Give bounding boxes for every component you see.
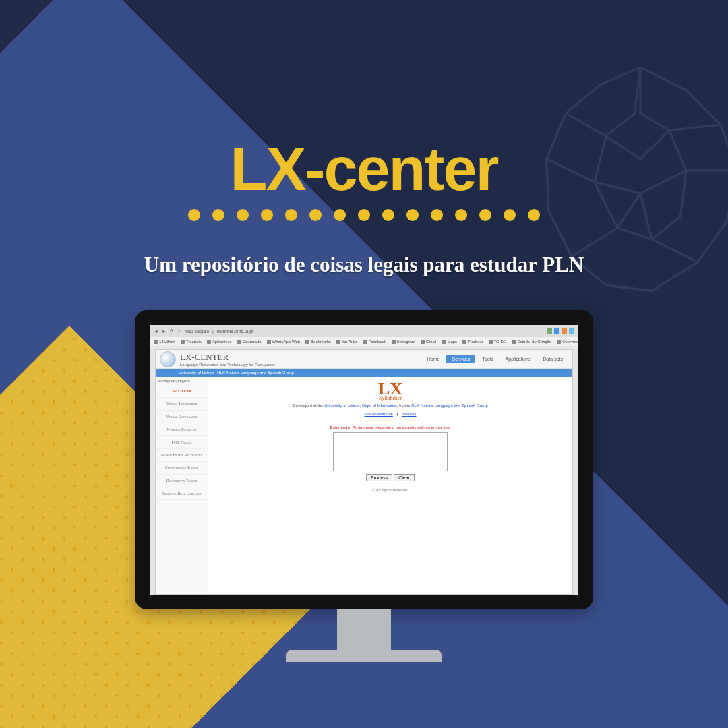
- bookmark-item[interactable]: Instagram: [392, 340, 415, 344]
- security-label: Não seguro: [185, 329, 209, 334]
- promo-subtitle: Um repositório de coisas legais para est…: [0, 253, 728, 277]
- sidebar-item-verbal-conjugator[interactable]: Verbal Conjugator: [156, 411, 208, 423]
- bookmark-item[interactable]: TO DO: [489, 340, 507, 344]
- reload-icon[interactable]: ⟳: [170, 328, 174, 334]
- bookmark-item[interactable]: Overview: [557, 340, 578, 344]
- tool-logo-sub: Syllabifier: [215, 395, 566, 401]
- bookmark-item[interactable]: Maps: [442, 340, 457, 344]
- nav-back-icon[interactable]: ◄: [154, 329, 158, 334]
- monitor-base: [286, 650, 442, 662]
- bookmark-item[interactable]: Gmail: [421, 340, 437, 344]
- sidebar-item-semantic-role-labeller[interactable]: Semantic Role Labeller: [156, 487, 208, 500]
- sidebar-item-constituency-parser[interactable]: Constituency Parser: [156, 462, 208, 475]
- process-button[interactable]: Process: [366, 474, 392, 481]
- url-text[interactable]: lxcenter.di.fc.ul.pt: [217, 329, 543, 334]
- tool-logo-main: LX: [215, 382, 566, 396]
- features-link[interactable]: features: [402, 412, 417, 416]
- promo-dots: [0, 209, 728, 224]
- bookmark-item[interactable]: Bookmarks: [305, 340, 331, 344]
- copyright-text: © All rights reserved: [215, 488, 566, 492]
- promo-title: LX-center: [0, 135, 728, 204]
- tool-links: see an example | features: [215, 412, 566, 416]
- bookmark-item[interactable]: Aplicativos: [207, 340, 232, 344]
- credit-dept-link[interactable]: Dept. of Informatics: [362, 404, 397, 408]
- site-logo-icon: [160, 351, 176, 367]
- browser-address-bar: ◄ ► ⟳ ⚠ Não seguro | lxcenter.di.fc.ul.p…: [150, 325, 578, 337]
- site-subtitle: Language Resources and Technology for Po…: [180, 363, 422, 367]
- sidebar-item-pos-tagger[interactable]: POS Tagger: [156, 436, 208, 449]
- bookmark-item[interactable]: Tradutor: [462, 340, 483, 344]
- site-header: LX-CENTER Language Resources and Technol…: [156, 350, 572, 369]
- sidebar-item-syllabifier[interactable]: Syllabifier: [156, 385, 208, 398]
- nav-tools[interactable]: Tools: [477, 355, 498, 363]
- bookmark-item[interactable]: Tutoriais: [181, 340, 202, 344]
- clear-button[interactable]: Clear: [394, 474, 415, 481]
- bookmark-item[interactable]: Facebook: [363, 340, 386, 344]
- sidebar-item-verbal-lemmatizer[interactable]: Verbal Lemmatizer: [156, 398, 208, 411]
- nav-home[interactable]: Home: [422, 355, 446, 363]
- monitor-stand: [337, 609, 391, 650]
- security-warning-icon: ⚠: [177, 328, 181, 334]
- sidebar-item-dependency-parser[interactable]: Dependency Parser: [156, 475, 208, 487]
- text-input[interactable]: [333, 432, 448, 471]
- extension-icons: [547, 328, 574, 334]
- bookmark-item[interactable]: Estúdio de Criação: [512, 340, 551, 344]
- bookmark-item[interactable]: YouTube: [336, 340, 358, 344]
- nav-applications[interactable]: Applications: [500, 355, 537, 363]
- sidebar-item-nominal-inflector[interactable]: Nominal Inflector: [156, 423, 208, 436]
- site-nav: HomeServicesToolsApplicationsData sets: [422, 355, 572, 363]
- bookmark-item[interactable]: WhatsApp Web: [267, 340, 301, 344]
- nav-fwd-icon[interactable]: ►: [162, 329, 166, 334]
- site-title: LX-CENTER: [180, 352, 422, 363]
- bookmark-item[interactable]: Doutorado: [237, 340, 262, 344]
- main-content: LX Syllabifier Developed at the Universi…: [208, 377, 572, 594]
- bookmark-item[interactable]: 12Milhas: [154, 340, 175, 344]
- credit-group-link[interactable]: NLX-Natural Language and Speech Group: [411, 404, 487, 408]
- sidebar: Português | English SyllabifierVerbal Le…: [156, 377, 208, 594]
- nav-data-sets[interactable]: Data sets: [537, 355, 568, 363]
- credit-line: Developed at the University of Lisbon, D…: [215, 404, 566, 408]
- monitor-mockup: ◄ ► ⟳ ⚠ Não seguro | lxcenter.di.fc.ul.p…: [135, 310, 593, 662]
- bookmarks-bar: 12MilhasTutoriaisAplicativosDoutoradoWha…: [150, 337, 578, 346]
- tool-instruction: Enter text in Portuguese, separating par…: [215, 425, 566, 429]
- credit-university-link[interactable]: University of Lisbon: [324, 404, 359, 408]
- nav-services[interactable]: Services: [446, 355, 475, 363]
- lang-switch[interactable]: Português | English: [156, 377, 208, 385]
- site-blue-band: University of Lisbon · NLX-Natural Langu…: [156, 369, 572, 377]
- sidebar-item-named-entity-recognizer[interactable]: Named Entity Recognizer: [156, 449, 208, 462]
- example-link[interactable]: see an example: [365, 412, 393, 416]
